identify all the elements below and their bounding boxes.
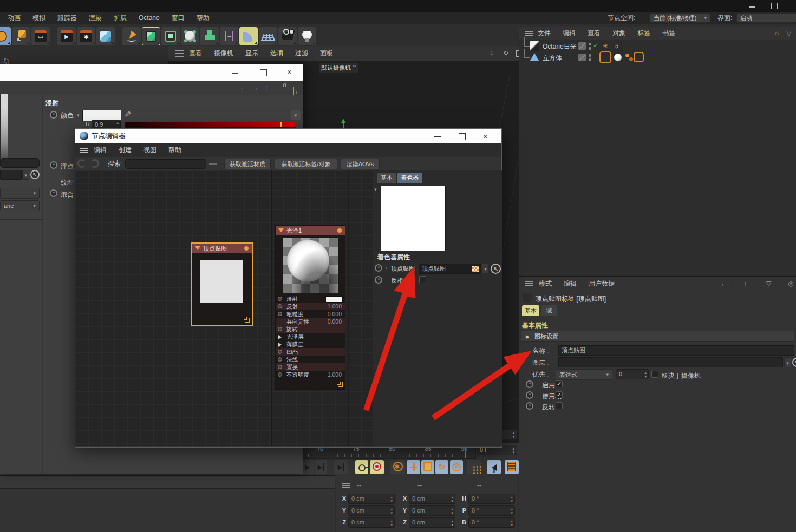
render-view-icon[interactable]: [31, 27, 50, 45]
rotate-view-icon[interactable]: ↻: [503, 46, 508, 61]
coord-field-2-B[interactable]: 0 °▴▾: [468, 517, 515, 528]
render-visibility-dots[interactable]: [589, 43, 591, 45]
invert-anim-dot[interactable]: [375, 276, 382, 284]
input-port-icon[interactable]: [278, 350, 282, 354]
collapse-triangle-icon[interactable]: [278, 228, 284, 232]
main-menu-4[interactable]: 扩展: [114, 12, 127, 24]
expand-triangle-icon[interactable]: [278, 335, 282, 339]
close-icon[interactable]: ×: [287, 67, 292, 76]
object-row-cube[interactable]: 立方体: [519, 52, 796, 63]
key-record-button[interactable]: [355, 460, 368, 474]
viewport-menu-0[interactable]: 查看: [189, 46, 202, 61]
glossy-param-row[interactable]: 各向异性0.000: [276, 318, 345, 325]
material-dropdown-1[interactable]: ▾: [0, 188, 40, 199]
input-port-icon[interactable]: [278, 304, 282, 308]
coord-field-1-Z[interactable]: 0 cm▴▾: [409, 517, 455, 528]
editor-visibility-toggle[interactable]: [578, 54, 586, 61]
hamburger-icon[interactable]: [525, 31, 533, 32]
material-layer-chevron-icon[interactable]: ▾: [22, 170, 29, 180]
resize-handle-icon[interactable]: [245, 318, 250, 323]
input-port-icon[interactable]: [278, 357, 282, 362]
anim-dot[interactable]: [526, 402, 533, 410]
axes-move-icon[interactable]: [12, 27, 30, 45]
anim-dot[interactable]: [526, 391, 533, 399]
node-vertex-map[interactable]: 顶点贴图: [192, 243, 252, 325]
editor-visibility-toggle[interactable]: [578, 42, 586, 50]
home-icon[interactable]: ⌂: [775, 27, 779, 40]
rotate-tool-button[interactable]: ↻: [435, 460, 448, 474]
node-editor-menu-0[interactable]: 编辑: [94, 143, 107, 157]
toggle-checkbox-2[interactable]: [556, 402, 563, 409]
coord-field-0-Y[interactable]: 0 cm▴▾: [348, 505, 395, 516]
node-editor-titlebar[interactable]: 节点编辑器 ×: [75, 129, 501, 143]
link-picker-button[interactable]: ↖: [491, 264, 501, 274]
spinner-icon[interactable]: ▴▾: [644, 371, 647, 378]
red-channel-field[interactable]: 0.9 ▴: [92, 120, 121, 128]
camera-dependent-checkbox[interactable]: [651, 371, 658, 378]
resize-handle-icon[interactable]: [338, 382, 343, 387]
camera-label-chip[interactable]: 默认摄像机 °°: [319, 63, 358, 73]
back-icon[interactable]: ←: [721, 277, 727, 291]
mix-anim-dot[interactable]: [50, 189, 57, 197]
render-preview-button[interactable]: [505, 460, 519, 474]
up-icon[interactable]: ↑: [265, 81, 269, 95]
input-port-icon[interactable]: [278, 327, 282, 331]
target-icon[interactable]: ◎: [788, 277, 793, 291]
render-visibility-dots[interactable]: [589, 54, 591, 57]
color-anim-dot[interactable]: [50, 111, 57, 119]
autokey-button[interactable]: [370, 460, 384, 474]
object-icon-daylight[interactable]: [530, 41, 539, 51]
object-manager-menu-4[interactable]: 标签: [637, 27, 650, 40]
search-input[interactable]: [125, 159, 206, 169]
move-tool-button[interactable]: [407, 460, 420, 474]
new-window-icon[interactable]: [293, 87, 294, 95]
glossy-param-row[interactable]: 置换: [276, 363, 345, 371]
viewport-menu-2[interactable]: 显示: [245, 46, 258, 61]
attribute-menu-1[interactable]: 编辑: [564, 277, 577, 291]
anim-dot[interactable]: [526, 380, 533, 388]
collapse-triangle-icon[interactable]: [195, 246, 200, 250]
minimize-icon[interactable]: [434, 136, 441, 137]
material-name-field[interactable]: [0, 158, 40, 168]
hamburger-icon[interactable]: [342, 483, 350, 484]
param-value[interactable]: 0.000: [328, 310, 342, 318]
priority-value-field[interactable]: 0 ▴▾: [616, 369, 649, 379]
filter-icon[interactable]: ▽: [786, 27, 791, 40]
object-name[interactable]: 立方体: [543, 54, 562, 63]
input-port-icon[interactable]: [278, 372, 282, 377]
grid-dots-button[interactable]: [467, 460, 481, 474]
layer-picker-button[interactable]: ↖: [792, 358, 796, 367]
link-object-icon[interactable]: [90, 159, 99, 168]
material-layer-field[interactable]: [0, 170, 22, 180]
param-value[interactable]: 0.000: [328, 318, 342, 325]
hamburger-icon[interactable]: [175, 50, 184, 51]
glossy-param-row[interactable]: 不透明度1.000: [276, 371, 345, 378]
node-graph-canvas[interactable]: 顶点贴图 光泽1 漫射反射1.000粗糙度0.000各向异性0.000旋转光泽层…: [75, 170, 373, 446]
up-icon[interactable]: ↑: [743, 277, 747, 291]
octane-sun-settings-tag-icon[interactable]: ☼: [612, 41, 622, 51]
get-active-material-button[interactable]: 获取激活材质: [224, 159, 271, 169]
glossy-param-row[interactable]: 凹凸: [276, 348, 345, 356]
dolly-view-icon[interactable]: ↕: [490, 46, 493, 61]
keying-settings-button[interactable]: [390, 460, 405, 474]
priority-mode-dropdown[interactable]: 表达式 ▾: [556, 369, 612, 380]
input-port-icon[interactable]: [278, 297, 282, 301]
sound-button[interactable]: [487, 460, 501, 474]
snap-icon[interactable]: [220, 27, 238, 45]
toggle-checkbox-0[interactable]: [556, 380, 563, 387]
render-aovs-button[interactable]: 渲染AOVs: [341, 159, 380, 169]
array-cubes-icon[interactable]: [200, 27, 219, 45]
enabled-check-icon[interactable]: ✓: [593, 42, 598, 49]
tab-fields[interactable]: 域: [541, 305, 557, 316]
glossy-param-row[interactable]: 旋转: [276, 325, 345, 333]
material-editor-titlebar[interactable]: ×: [0, 64, 303, 81]
glossy-param-row[interactable]: 反射1.000: [276, 303, 345, 310]
collapse-chevron-icon[interactable]: ▾: [374, 187, 377, 192]
main-menu-7[interactable]: 帮助: [197, 12, 210, 24]
coord-field-2-H[interactable]: 0 °▴▾: [468, 494, 515, 504]
render-picture-icon[interactable]: [57, 27, 76, 45]
lattice-points-icon[interactable]: [181, 27, 199, 45]
node-editor-menu-2[interactable]: 视图: [143, 143, 156, 157]
glossy-param-row[interactable]: 漫射: [276, 295, 345, 303]
camera-icon[interactable]: [278, 27, 297, 45]
